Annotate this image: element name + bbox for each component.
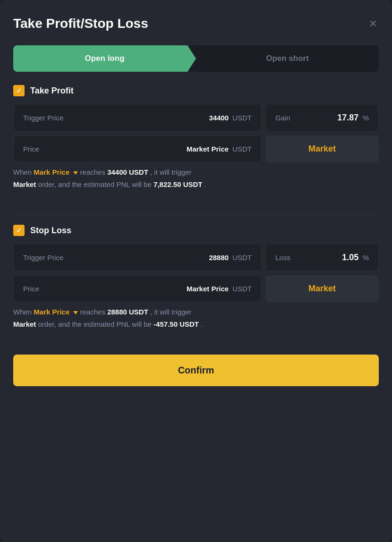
sl-desc-mid: , it will trigger xyxy=(150,308,192,316)
stop-loss-trigger-label: Trigger Price xyxy=(23,254,63,262)
close-button[interactable]: × xyxy=(367,15,379,32)
sl-desc-prefix: When xyxy=(13,308,34,316)
modal-container: Take Profit/Stop Loss × Open long Open s… xyxy=(0,0,392,542)
confirm-button[interactable]: Confirm xyxy=(13,355,379,386)
take-profit-gain-value: 17.87 xyxy=(337,113,358,122)
take-profit-trigger-field[interactable]: Trigger Price 34400 USDT xyxy=(13,104,262,132)
take-profit-header: ✓ Take Profit xyxy=(13,85,379,96)
sl-desc-suffix: order, and the estimated PNL will be xyxy=(38,320,154,328)
modal-header: Take Profit/Stop Loss × xyxy=(13,15,379,32)
take-profit-trigger-label: Trigger Price xyxy=(23,114,63,122)
sl-desc-reaches: reaches xyxy=(80,308,108,316)
divider xyxy=(13,215,379,215)
stop-loss-loss-right: 1.05 % xyxy=(342,253,369,263)
stop-loss-trigger-unit: USDT xyxy=(232,254,252,262)
stop-loss-price-value: Market Price xyxy=(187,285,229,293)
desc-prefix: When xyxy=(13,168,34,176)
tab-open-short[interactable]: Open short xyxy=(196,45,379,72)
sl-desc-end: . xyxy=(201,320,203,328)
take-profit-gain-right: 17.87 % xyxy=(337,113,369,123)
take-profit-price-unit: USDT xyxy=(232,145,252,153)
desc-end: . xyxy=(205,180,206,188)
stop-loss-checkbox[interactable]: ✓ xyxy=(13,225,25,236)
dropdown-arrow-icon xyxy=(73,171,78,175)
stop-loss-section: ✓ Stop Loss Trigger Price 28880 USDT Los… xyxy=(13,225,379,334)
take-profit-label: Take Profit xyxy=(30,86,74,96)
stop-loss-trigger-value: 28880 xyxy=(209,254,229,262)
take-profit-section: ✓ Take Profit Trigger Price 34400 USDT G… xyxy=(13,85,379,194)
stop-loss-header: ✓ Stop Loss xyxy=(13,225,379,236)
desc-trigger-type[interactable]: Mark Price xyxy=(34,168,78,176)
take-profit-price-right: Market Price USDT xyxy=(187,145,252,153)
take-profit-price-row: Price Market Price USDT Market xyxy=(13,136,379,162)
stop-loss-loss-unit: % xyxy=(363,254,369,262)
stop-loss-description: When Mark Price reaches 28880 USDT , it … xyxy=(13,306,379,330)
check-icon-2: ✓ xyxy=(16,227,22,234)
take-profit-market-label: Market xyxy=(308,144,336,154)
stop-loss-price-unit: USDT xyxy=(232,285,252,293)
take-profit-trigger-unit: USDT xyxy=(232,114,252,122)
take-profit-gain-label: Gain xyxy=(275,114,290,122)
take-profit-price-label: Price xyxy=(23,145,39,153)
stop-loss-loss-value: 1.05 xyxy=(342,253,358,262)
stop-loss-loss-label: Loss xyxy=(275,254,290,262)
desc-mid: , it will trigger xyxy=(150,168,192,176)
sl-desc-order-type: Market xyxy=(13,320,36,328)
desc-order-type: Market xyxy=(13,180,36,188)
desc-suffix: order, and the estimated PNL will be xyxy=(38,180,154,188)
take-profit-price-field[interactable]: Price Market Price USDT xyxy=(13,136,262,162)
check-icon: ✓ xyxy=(16,87,22,94)
desc-reaches: reaches xyxy=(80,168,108,176)
stop-loss-price-field[interactable]: Price Market Price USDT xyxy=(13,275,262,302)
take-profit-gain-field: Gain 17.87 % xyxy=(265,104,379,132)
tab-open-long[interactable]: Open long xyxy=(13,45,196,72)
tab-switcher: Open long Open short xyxy=(13,45,379,72)
take-profit-gain-unit: % xyxy=(363,114,369,122)
stop-loss-price-row: Price Market Price USDT Market xyxy=(13,275,379,302)
stop-loss-price-label: Price xyxy=(23,285,39,293)
sl-desc-pnl: -457.50 USDT xyxy=(153,320,199,328)
take-profit-market-button[interactable]: Market xyxy=(265,136,379,162)
stop-loss-loss-field: Loss 1.05 % xyxy=(265,244,379,271)
take-profit-checkbox[interactable]: ✓ xyxy=(13,85,25,96)
take-profit-price-value: Market Price xyxy=(187,145,229,153)
sl-desc-trigger-type[interactable]: Mark Price xyxy=(34,308,78,316)
modal-title: Take Profit/Stop Loss xyxy=(13,16,148,31)
take-profit-trigger-value: 34400 xyxy=(209,114,229,122)
stop-loss-market-label: Market xyxy=(308,284,336,294)
stop-loss-price-right: Market Price USDT xyxy=(187,285,252,293)
stop-loss-label: Stop Loss xyxy=(30,226,71,236)
sl-desc-price: 28880 USDT xyxy=(107,308,148,316)
take-profit-trigger-right: 34400 USDT xyxy=(209,114,252,122)
stop-loss-market-button[interactable]: Market xyxy=(265,275,379,302)
stop-loss-trigger-right: 28880 USDT xyxy=(209,254,252,262)
take-profit-description: When Mark Price reaches 34400 USDT , it … xyxy=(13,166,379,190)
dropdown-arrow-icon-2 xyxy=(73,311,78,314)
stop-loss-trigger-field[interactable]: Trigger Price 28880 USDT xyxy=(13,244,262,271)
desc-price: 34400 USDT xyxy=(107,168,148,176)
take-profit-trigger-row: Trigger Price 34400 USDT Gain 17.87 % xyxy=(13,104,379,132)
stop-loss-trigger-row: Trigger Price 28880 USDT Loss 1.05 % xyxy=(13,244,379,271)
desc-pnl: 7,822.50 USDT xyxy=(153,180,202,188)
